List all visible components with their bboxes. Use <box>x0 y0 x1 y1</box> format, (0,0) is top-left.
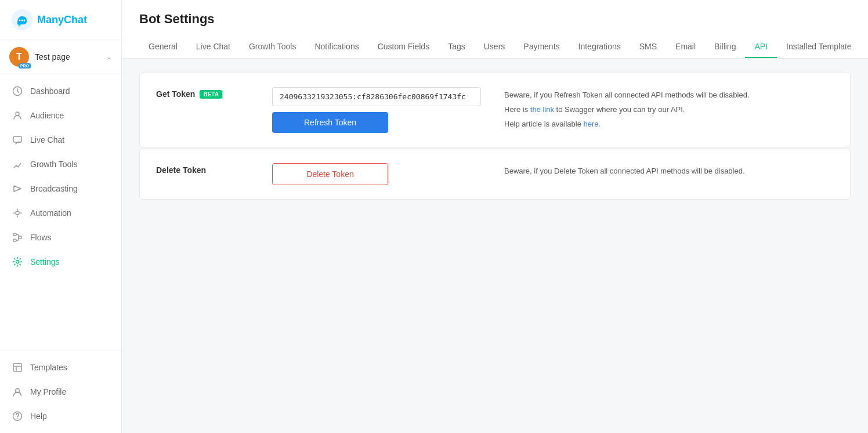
tab-general[interactable]: General <box>139 36 187 58</box>
sidebar-item-help[interactable]: Help <box>0 404 121 428</box>
get-token-card: Get Token BETA Refresh Token Beware, if … <box>139 73 851 147</box>
svg-point-3 <box>24 20 26 21</box>
manychat-logo-icon <box>12 9 32 30</box>
audience-icon <box>12 110 23 121</box>
tab-api[interactable]: API <box>745 36 777 58</box>
sidebar-item-live-chat[interactable]: Live Chat <box>0 128 121 152</box>
sidebar-logo: ManyChat <box>0 0 121 40</box>
svg-point-8 <box>16 211 19 215</box>
get-token-controls: Refresh Token <box>272 87 481 133</box>
help-article-link[interactable]: here. <box>584 120 601 128</box>
get-token-info: Beware, if you Refresh Token all connect… <box>481 87 834 132</box>
automation-icon <box>12 207 23 219</box>
token-input[interactable] <box>272 87 481 106</box>
sidebar: ManyChat T PRO Test page ⌄ Dashboard Aud… <box>0 0 122 433</box>
delete-token-info: Beware, if you Delete Token all connecte… <box>481 163 834 180</box>
api-page-content: Get Token BETA Refresh Token Beware, if … <box>122 59 868 433</box>
tab-payments[interactable]: Payments <box>514 36 569 58</box>
tab-billing[interactable]: Billing <box>705 36 745 58</box>
delete-token-warning: Beware, if you Delete Token all connecte… <box>504 165 834 178</box>
tab-email[interactable]: Email <box>666 36 705 58</box>
get-token-row: Get Token BETA Refresh Token Beware, if … <box>140 73 850 147</box>
sidebar-bottom: Templates My Profile Help <box>0 350 121 433</box>
svg-point-12 <box>16 261 19 264</box>
page-title: Bot Settings <box>139 12 851 27</box>
pro-badge: PRO <box>19 63 31 68</box>
svg-point-2 <box>21 20 23 21</box>
chevron-down-icon: ⌄ <box>106 53 112 61</box>
svg-point-5 <box>16 112 19 116</box>
tab-custom-fields[interactable]: Custom Fields <box>368 36 439 58</box>
tab-sms[interactable]: SMS <box>630 36 666 58</box>
svg-point-1 <box>19 20 21 21</box>
sidebar-item-dashboard-label: Dashboard <box>30 86 70 96</box>
svg-rect-13 <box>13 363 21 371</box>
tab-live-chat[interactable]: Live Chat <box>187 36 240 58</box>
sidebar-item-growth-tools[interactable]: Growth Tools <box>0 152 121 176</box>
sidebar-item-audience[interactable]: Audience <box>0 103 121 128</box>
growth-tools-icon <box>12 158 23 170</box>
main-content: Bot Settings General Live Chat Growth To… <box>122 0 868 433</box>
sidebar-item-help-label: Help <box>30 412 47 421</box>
dashboard-icon <box>12 85 23 97</box>
settings-icon <box>12 256 23 268</box>
sidebar-item-flows-label: Flows <box>30 233 52 242</box>
live-chat-icon <box>12 134 23 146</box>
logo-text: ManyChat <box>37 14 87 26</box>
tab-growth-tools[interactable]: Growth Tools <box>240 36 305 58</box>
delete-token-label: Delete Token <box>156 163 272 175</box>
svg-point-16 <box>17 418 18 420</box>
my-profile-icon <box>12 386 23 398</box>
get-token-label: Get Token BETA <box>156 87 272 99</box>
beta-badge: BETA <box>200 90 222 99</box>
templates-icon <box>12 362 23 373</box>
broadcasting-icon <box>12 183 23 194</box>
sidebar-item-automation[interactable]: Automation <box>0 201 121 225</box>
svg-marker-7 <box>14 186 21 192</box>
page-header: Bot Settings General Live Chat Growth To… <box>122 0 868 59</box>
help-icon <box>12 410 23 422</box>
sidebar-item-broadcasting-label: Broadcasting <box>30 184 78 193</box>
tab-integrations[interactable]: Integrations <box>569 36 630 58</box>
get-token-swagger-link-text: Here is the link to Swagger where you ca… <box>504 104 834 116</box>
workspace-avatar: T PRO <box>9 47 29 67</box>
sidebar-nav: Dashboard Audience Live Chat Growth Tool… <box>0 74 121 350</box>
workspace-name: Test page <box>35 52 100 62</box>
tab-tags[interactable]: Tags <box>439 36 475 58</box>
sidebar-item-settings[interactable]: Settings <box>0 250 121 274</box>
delete-token-card: Delete Token Delete Token Beware, if you… <box>139 149 851 200</box>
sidebar-item-settings-label: Settings <box>30 257 60 266</box>
sidebar-item-templates[interactable]: Templates <box>0 355 121 380</box>
sidebar-item-my-profile-label: My Profile <box>30 387 66 396</box>
sidebar-item-templates-label: Templates <box>30 363 67 372</box>
delete-token-row: Delete Token Delete Token Beware, if you… <box>140 149 850 199</box>
workspace-selector[interactable]: T PRO Test page ⌄ <box>0 40 121 74</box>
tabs-bar: General Live Chat Growth Tools Notificat… <box>139 36 851 58</box>
refresh-token-button[interactable]: Refresh Token <box>272 112 388 133</box>
flows-icon <box>12 232 23 243</box>
sidebar-item-audience-label: Audience <box>30 111 64 120</box>
delete-token-controls: Delete Token <box>272 163 481 185</box>
tab-installed-templates[interactable]: Installed Templates <box>777 36 851 58</box>
delete-token-button[interactable]: Delete Token <box>272 163 388 185</box>
tab-users[interactable]: Users <box>475 36 515 58</box>
swagger-link[interactable]: the link <box>530 105 554 114</box>
sidebar-item-live-chat-label: Live Chat <box>30 135 64 145</box>
tab-notifications[interactable]: Notifications <box>305 36 368 58</box>
get-token-warning: Beware, if you Refresh Token all connect… <box>504 89 834 102</box>
get-token-help-link-text: Help article is available here. <box>504 118 834 131</box>
sidebar-item-dashboard[interactable]: Dashboard <box>0 79 121 103</box>
sidebar-item-my-profile[interactable]: My Profile <box>0 380 121 404</box>
sidebar-item-broadcasting[interactable]: Broadcasting <box>0 176 121 201</box>
sidebar-item-growth-tools-label: Growth Tools <box>30 160 77 169</box>
svg-rect-6 <box>13 136 21 142</box>
sidebar-item-flows[interactable]: Flows <box>0 225 121 250</box>
sidebar-item-automation-label: Automation <box>30 208 71 218</box>
